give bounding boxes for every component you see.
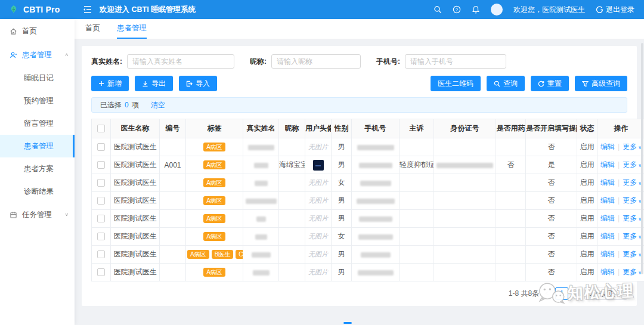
user-avatar-image	[313, 160, 324, 171]
more-link[interactable]: 更多	[623, 160, 637, 169]
code-cell: A001	[160, 156, 186, 174]
row-select-cell	[92, 192, 111, 210]
row-checkbox[interactable]	[97, 268, 105, 276]
redacted-name	[255, 181, 268, 186]
search-icon[interactable]	[434, 5, 442, 14]
actions-cell: 编辑|更多∨	[597, 138, 644, 156]
row-checkbox[interactable]	[97, 179, 105, 187]
column-header: 性别	[332, 119, 352, 138]
phone-cell	[352, 138, 400, 156]
more-link[interactable]: 更多	[623, 268, 637, 276]
phone-cell	[352, 228, 400, 246]
tag-badge: A病区	[203, 196, 225, 205]
real-name-cell	[243, 210, 279, 228]
svg-text:?: ?	[456, 7, 459, 13]
nickname-cell	[279, 246, 305, 264]
row-checkbox[interactable]	[97, 143, 105, 151]
tab-patient-management[interactable]: 患者管理	[117, 19, 147, 39]
chevron-up-icon: ∧	[64, 52, 69, 57]
import-button[interactable]: 导入	[179, 76, 217, 91]
edit-link[interactable]: 编辑	[600, 268, 615, 276]
sidebar-item-appointment-management[interactable]: 预约管理	[0, 89, 75, 112]
gender-cell: 男	[332, 192, 352, 210]
row-checkbox[interactable]	[97, 215, 105, 222]
redacted-name	[254, 163, 268, 168]
row-checkbox[interactable]	[97, 161, 105, 169]
add-button[interactable]: 新增	[91, 76, 129, 91]
edit-link[interactable]: 编辑	[600, 250, 615, 258]
edit-link[interactable]: 编辑	[600, 232, 615, 240]
tab-home[interactable]: 首页	[85, 19, 100, 39]
vertical-scrollbar[interactable]	[641, 43, 643, 274]
doctor-qrcode-button[interactable]: 医生二维码	[431, 76, 481, 91]
sidebar-item-sleep-diary[interactable]: 睡眠日记	[0, 67, 75, 89]
sidebar-item-home[interactable]: 首页	[0, 19, 75, 43]
edit-link[interactable]: 编辑	[600, 196, 615, 205]
row-select-cell	[92, 210, 111, 228]
edit-link[interactable]: 编辑	[600, 160, 615, 169]
redacted-name	[246, 199, 277, 204]
help-icon[interactable]: ?	[453, 5, 461, 14]
phone-label: 手机号:	[376, 57, 400, 67]
reset-button[interactable]: 重置	[531, 76, 569, 91]
page-size-select[interactable]: 10 条/页 ∨	[584, 287, 627, 300]
row-checkbox[interactable]	[97, 233, 105, 240]
table-row: 医院测试医生A001A病区海绵宝宝男轻度抑郁症否是启用编辑|更多∨	[92, 156, 644, 174]
more-link[interactable]: 更多	[623, 214, 637, 222]
phone-input[interactable]	[405, 54, 506, 69]
row-select-cell	[92, 228, 111, 246]
page-number[interactable]: 1	[555, 287, 568, 300]
sidebar-item-patient-management[interactable]: 患者管理 ∧	[0, 43, 75, 67]
tags-cell: A病区	[186, 210, 243, 228]
row-checkbox[interactable]	[97, 250, 105, 258]
select-all-checkbox[interactable]	[97, 125, 105, 132]
sidebar-submenu: 睡眠日记 预约管理 留言管理 患者管理 患者方案 诊断结果	[0, 67, 75, 203]
table-row: 医院测试医生A病区无图片男否启用编辑|更多∨	[92, 192, 644, 210]
more-link[interactable]: 更多	[623, 250, 637, 258]
sidebar-item-message-management[interactable]: 留言管理	[0, 112, 75, 135]
more-link[interactable]: 更多	[623, 143, 637, 151]
tag-badge: C护士	[236, 250, 243, 259]
nickname-cell	[279, 192, 305, 210]
total-count: 1-8 共8条	[509, 289, 539, 299]
plus-icon	[98, 81, 104, 86]
edit-link[interactable]: 编辑	[600, 178, 615, 187]
table-row: 医院测试医生A病区无图片女否启用编辑|更多∨	[92, 174, 644, 192]
phone-cell	[352, 192, 400, 210]
medication-cell	[496, 246, 526, 264]
clear-selection-link[interactable]: 清空	[151, 100, 165, 110]
complaint-cell	[400, 174, 434, 192]
sidebar-item-task-management[interactable]: 任务管理 ∨	[0, 203, 75, 227]
sidebar-item-patient-plan[interactable]: 患者方案	[0, 157, 75, 180]
column-header: 主诉	[400, 119, 434, 138]
bell-icon[interactable]	[472, 5, 480, 14]
edit-link[interactable]: 编辑	[600, 143, 615, 151]
query-button[interactable]: 查询	[487, 76, 525, 91]
more-link[interactable]: 更多	[623, 232, 637, 240]
more-link[interactable]: 更多	[623, 178, 637, 187]
user-avatar[interactable]	[491, 4, 503, 16]
tag-badge: A病区	[187, 250, 209, 259]
nickname-input[interactable]	[271, 54, 361, 69]
edit-link[interactable]: 编辑	[600, 214, 615, 222]
main-area: 首页 患者管理 真实姓名: 昵称: 手机号:	[75, 19, 644, 325]
tags-cell: A病区B医生C护士	[186, 246, 243, 264]
collapse-menu-icon[interactable]	[83, 5, 92, 14]
redacted-phone	[358, 234, 393, 240]
horizontal-scroll-indicator[interactable]	[343, 322, 352, 324]
more-link[interactable]: 更多	[623, 196, 637, 205]
sidebar-item-diagnosis-result[interactable]: 诊断结果	[0, 180, 75, 203]
actions-cell: 编辑|更多∨	[597, 210, 644, 228]
logout-button[interactable]: 退出登录	[596, 5, 634, 15]
real-name-input[interactable]	[127, 54, 234, 69]
next-page-button[interactable]: >	[573, 289, 580, 298]
real-name-cell	[243, 246, 279, 264]
status-cell: 启用	[577, 192, 597, 210]
brand-logo[interactable]: CBTI Pro	[0, 4, 75, 15]
prev-page-button[interactable]: <	[544, 289, 550, 298]
export-button[interactable]: 导出	[135, 76, 173, 91]
sidebar-item-patient-management-sub[interactable]: 患者管理	[0, 135, 75, 157]
advanced-query-button[interactable]: 高级查询	[575, 76, 627, 91]
row-checkbox[interactable]	[97, 197, 105, 205]
row-select-cell	[92, 264, 111, 281]
